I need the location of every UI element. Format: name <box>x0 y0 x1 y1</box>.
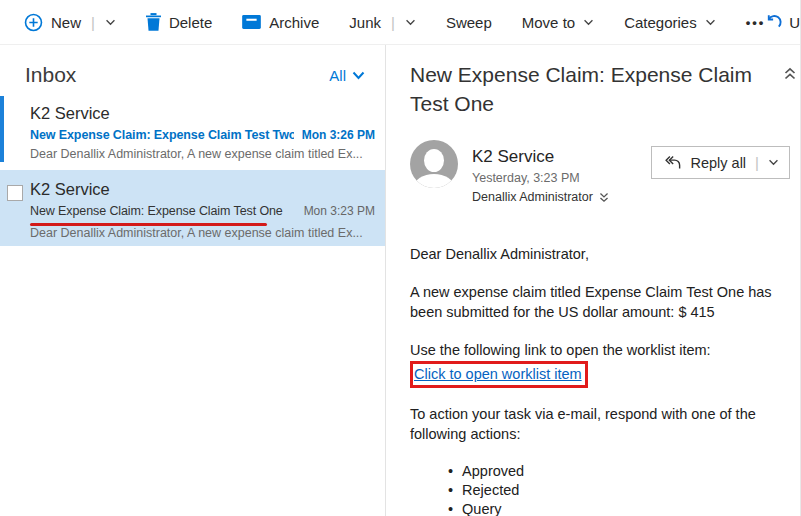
junk-button[interactable]: Junk | <box>349 14 416 31</box>
move-to-button[interactable]: Move to <box>522 14 594 31</box>
undo-button[interactable]: Undo <box>765 14 801 31</box>
undo-icon <box>765 14 782 31</box>
reply-all-label: Reply all <box>690 155 746 171</box>
filter-dropdown[interactable]: All <box>329 67 365 84</box>
folder-title: Inbox <box>25 63 76 87</box>
action-options-list: Approved Rejected Query <box>448 462 792 516</box>
junk-label: Junk <box>349 14 381 31</box>
message-list-pane: Inbox All K2 Service New Expense Claim: … <box>0 45 386 516</box>
worklist-item-link[interactable]: Click to open worklist item <box>414 366 582 382</box>
avatar-head-shape <box>424 149 444 172</box>
categories-button[interactable]: Categories <box>624 14 716 31</box>
chevron-down-icon <box>705 19 716 26</box>
collapse-double-chevron-up-icon[interactable] <box>782 65 798 83</box>
trash-icon <box>146 13 161 31</box>
mail-list-item-selected[interactable]: K2 Service New Expense Claim: Expense Cl… <box>0 166 385 246</box>
message-subject-title: New Expense Claim: Expense Claim Test On… <box>410 60 760 118</box>
body-paragraph-actions-intro: To action your task via e-mail, respond … <box>410 404 792 444</box>
move-to-label: Move to <box>522 14 575 31</box>
more-commands-button[interactable]: ••• <box>746 15 766 30</box>
sweep-button[interactable]: Sweep <box>446 14 492 31</box>
sender-name: K2 Service <box>472 147 609 167</box>
new-label: New <box>51 14 81 31</box>
mail-time: Mon 3:26 PM <box>302 128 375 142</box>
mail-app-window: New | Delete Archive Junk | <box>0 0 801 516</box>
chevron-down-icon[interactable] <box>768 159 779 166</box>
sent-timestamp: Yesterday, 3:23 PM <box>472 171 609 185</box>
chevron-down-icon <box>352 71 365 80</box>
chevron-down-icon <box>583 19 594 26</box>
separator: | <box>755 154 759 171</box>
archive-icon <box>242 15 261 29</box>
archive-label: Archive <box>269 14 319 31</box>
chevron-down-icon[interactable] <box>105 19 116 26</box>
action-option: Approved <box>448 462 792 481</box>
undo-label: Undo <box>789 14 801 31</box>
body-paragraph-claim: A new expense claim titled Expense Claim… <box>410 282 792 322</box>
plus-circle-icon <box>24 13 43 32</box>
archive-button[interactable]: Archive <box>242 14 319 31</box>
red-underline-annotation <box>30 223 267 226</box>
action-option: Rejected <box>448 481 792 500</box>
action-option: Query <box>448 500 792 516</box>
sweep-label: Sweep <box>446 14 492 31</box>
chevron-down-icon[interactable] <box>405 19 416 26</box>
filter-label: All <box>329 67 346 84</box>
separator: | <box>391 14 395 31</box>
body-greeting: Dear Denallix Administrator, <box>410 244 792 264</box>
command-toolbar: New | Delete Archive Junk | <box>0 0 800 45</box>
mail-subject: New Expense Claim: Expense Claim Test On… <box>30 204 296 218</box>
delete-label: Delete <box>169 14 212 31</box>
sender-avatar[interactable] <box>410 140 458 188</box>
mail-list-item-unread[interactable]: K2 Service New Expense Claim: Expense Cl… <box>0 95 385 166</box>
mail-time: Mon 3:23 PM <box>304 204 375 218</box>
unread-indicator-bar <box>0 96 4 162</box>
mail-preview: Dear Denallix Administrator, A new expen… <box>30 147 375 161</box>
recipient-name: Denallix Administrator <box>472 190 593 204</box>
new-button[interactable]: New | <box>24 13 116 32</box>
red-box-annotation: Click to open worklist item <box>410 361 588 388</box>
avatar-shoulders-shape <box>414 174 454 188</box>
double-chevron-down-icon <box>599 192 609 203</box>
categories-label: Categories <box>624 14 697 31</box>
mail-sender: K2 Service <box>30 103 375 124</box>
reply-all-icon <box>663 155 682 170</box>
mail-preview: Dear Denallix Administrator, A new expen… <box>30 226 375 240</box>
mail-subject: New Expense Claim: Expense Claim Test Tw… <box>30 128 294 142</box>
recipient-expander[interactable]: Denallix Administrator <box>472 190 609 204</box>
mail-select-checkbox[interactable] <box>7 185 23 201</box>
reading-pane: New Expense Claim: Expense Claim Test On… <box>386 45 800 516</box>
reply-all-button[interactable]: Reply all | <box>651 146 790 179</box>
body-paragraph-link-intro: Use the following link to open the workl… <box>410 340 792 360</box>
mail-sender: K2 Service <box>30 179 375 200</box>
message-body: Dear Denallix Administrator, A new expen… <box>410 244 792 516</box>
list-header: Inbox All <box>0 45 385 95</box>
separator: | <box>91 14 95 31</box>
delete-button[interactable]: Delete <box>146 13 212 31</box>
